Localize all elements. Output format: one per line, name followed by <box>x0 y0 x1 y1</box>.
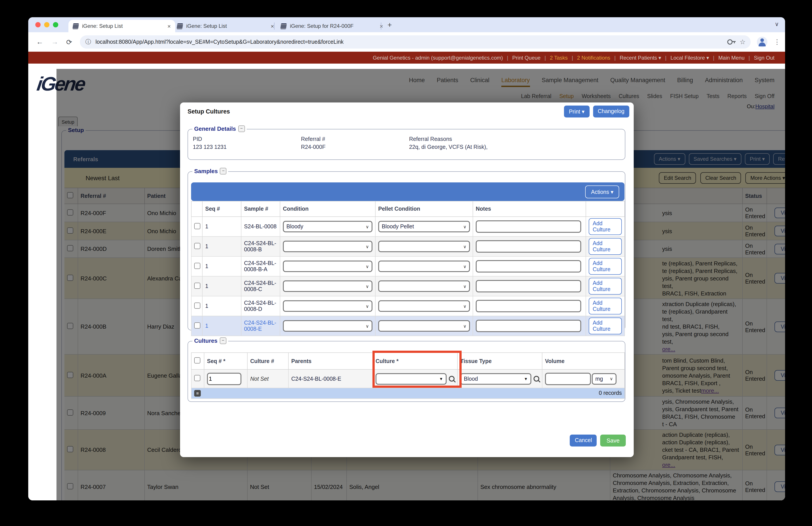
row-checkbox[interactable] <box>194 282 200 289</box>
collapse-icon[interactable]: − <box>238 125 245 132</box>
profile-avatar[interactable] <box>757 37 768 47</box>
add-culture-button[interactable]: Add Culture <box>589 298 622 314</box>
notes-input[interactable] <box>476 300 581 312</box>
add-culture-button[interactable]: Add Culture <box>589 317 622 334</box>
main-menu-link[interactable]: Main Menu <box>719 55 745 61</box>
notes-input[interactable] <box>476 320 581 332</box>
collapse-grid-icon[interactable]: ≡ <box>194 390 201 397</box>
forward-icon[interactable]: → <box>51 38 58 46</box>
pellet-condition-select[interactable]: ∨ <box>378 300 470 312</box>
sample-cell: C24-S24-BL-0008-C <box>241 276 280 296</box>
notes-input[interactable] <box>476 260 581 272</box>
condition-select[interactable]: ∨ <box>283 320 373 332</box>
add-culture-button[interactable]: Add Culture <box>589 278 622 295</box>
site-info-icon[interactable]: ⓘ <box>85 38 91 46</box>
tab-setup-list-2[interactable]: iGene: Setup List × <box>173 20 278 32</box>
add-culture-button[interactable]: Add Culture <box>589 218 622 235</box>
pellet-condition-select[interactable]: ∨ <box>378 241 470 252</box>
samples-legend: Samples − <box>192 168 228 174</box>
close-tab-icon[interactable]: × <box>168 23 171 29</box>
address-bar[interactable]: ⓘ localhost:8080/App/App.html?locale=sv_… <box>80 35 751 48</box>
pellet-condition-select[interactable]: ∨ <box>378 260 470 272</box>
col-tissue-type: Tissue Type <box>458 353 542 369</box>
condition-select[interactable]: ∨ <box>283 281 373 292</box>
condition-select[interactable]: Bloody∨ <box>283 221 373 232</box>
maximize-window-button[interactable] <box>53 22 58 27</box>
col-seq: Seq # <box>202 201 241 217</box>
chevron-down-icon: ∨ <box>463 264 466 269</box>
samples-actions-button[interactable]: Actions ▾ <box>585 185 619 198</box>
cultures-footer: ≡ 0 records <box>191 388 625 399</box>
minimize-window-button[interactable] <box>44 22 49 27</box>
bookmark-star-icon[interactable]: ☆ <box>740 38 745 46</box>
row-checkbox[interactable] <box>194 262 200 269</box>
save-button[interactable]: Save <box>600 435 626 446</box>
condition-select[interactable]: ∨ <box>283 300 373 312</box>
tab-setup-r24-000f[interactable]: iGene: Setup for R24-000F × <box>276 20 388 32</box>
col-pellet-condition: Pellet Condition <box>375 201 473 217</box>
add-culture-button[interactable]: Add Culture <box>589 238 622 255</box>
volume-unit-select[interactable]: mg∨ <box>592 373 617 384</box>
collapse-icon[interactable]: − <box>220 168 227 174</box>
record-count: 0 records <box>599 390 622 396</box>
volume-input[interactable] <box>545 372 591 385</box>
recent-patients-menu[interactable]: Recent Patients ▾ <box>620 55 661 61</box>
close-window-button[interactable] <box>35 22 41 27</box>
row-checkbox[interactable] <box>194 322 200 328</box>
notes-input[interactable] <box>476 280 581 293</box>
tasks-link[interactable]: 2 Tasks <box>550 55 568 61</box>
chevron-down-icon: ∨ <box>366 264 369 269</box>
row-checkbox[interactable] <box>194 243 200 249</box>
print-queue-link[interactable]: Print Queue <box>512 55 541 61</box>
tab-divider <box>274 23 275 30</box>
sample-link[interactable]: C24-S24-BL-0008-E <box>241 316 280 336</box>
cultures-legend: Cultures − <box>192 338 228 344</box>
col-notes: Notes <box>473 201 586 217</box>
seq-cell: 1 <box>202 256 241 276</box>
cancel-button[interactable]: Cancel <box>570 435 597 446</box>
tab-search-chevron-icon[interactable]: ∨ <box>775 21 779 27</box>
changelog-button[interactable]: Changelog <box>593 105 629 117</box>
new-tab-button[interactable]: + <box>388 21 392 30</box>
seq-input[interactable] <box>207 372 242 385</box>
separator: | <box>713 55 714 61</box>
reload-icon[interactable]: ⟳ <box>66 38 72 46</box>
igene-favicon-icon <box>72 23 79 29</box>
password-key-icon[interactable] <box>727 39 733 45</box>
close-tab-icon[interactable]: × <box>271 23 274 29</box>
tab-setup-list-1[interactable]: iGene: Setup List × <box>68 20 175 32</box>
condition-select[interactable]: ∨ <box>283 260 373 272</box>
traffic-lights <box>35 22 58 27</box>
search-icon[interactable] <box>534 376 539 382</box>
pellet-condition-select[interactable]: ∨ <box>378 281 470 292</box>
search-icon[interactable] <box>449 376 454 382</box>
row-checkbox[interactable] <box>194 375 200 381</box>
back-icon[interactable]: ← <box>36 38 43 46</box>
modal-print-button[interactable]: Print ▾ <box>564 105 589 117</box>
account-info: Genial Genetics - admin (support@genialg… <box>373 55 503 61</box>
tab-divider <box>381 23 381 30</box>
condition-select[interactable]: ∨ <box>283 241 373 252</box>
row-checkbox[interactable] <box>194 223 200 229</box>
chevron-down-icon: ∨ <box>463 224 466 229</box>
collapse-icon[interactable]: − <box>220 338 226 344</box>
row-checkbox[interactable] <box>194 302 200 309</box>
notes-input[interactable] <box>476 221 581 233</box>
select-all-checkbox[interactable] <box>194 357 200 364</box>
notifications-link[interactable]: 2 Notifications <box>577 55 610 61</box>
field-label: Referral # <box>301 136 409 142</box>
pellet-condition-select[interactable]: Bloody Pellet∨ <box>378 221 470 232</box>
close-tab-icon[interactable]: × <box>380 23 383 29</box>
seq-cell: 1 <box>202 237 241 256</box>
tissue-type-select[interactable]: Blood▼ <box>460 373 531 384</box>
local-filestore-menu[interactable]: Local Filestore ▾ <box>670 55 709 61</box>
samples-header-row: Seq # Sample # Condition Pellet Conditio… <box>191 201 625 217</box>
pellet-condition-select[interactable]: ∨ <box>378 320 470 332</box>
sample-row: 1 C24-S24-BL-0008-D ∨ ∨ Add Culture <box>191 296 625 316</box>
notes-input[interactable] <box>476 240 581 253</box>
separator: | <box>545 55 546 61</box>
add-culture-button[interactable]: Add Culture <box>589 258 622 275</box>
sign-out-link[interactable]: Sign Out <box>754 55 774 61</box>
culture-select[interactable]: ▼ <box>376 373 447 384</box>
browser-menu-icon[interactable]: ⋮ <box>774 38 781 46</box>
